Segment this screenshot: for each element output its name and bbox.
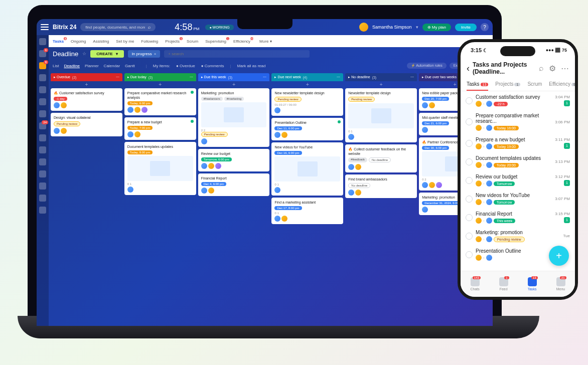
column-header[interactable]: ▸ Overdue (2)⋯ bbox=[51, 73, 122, 81]
task-card[interactable]: New videos for YouTubeDec 16, 6:00 pm0 1 bbox=[271, 142, 343, 196]
checkbox[interactable] bbox=[466, 177, 473, 184]
close-icon[interactable]: × bbox=[154, 52, 157, 56]
task-card[interactable]: Review our budgetTomorrow, 6:00 pm bbox=[198, 149, 270, 171]
checkbox[interactable] bbox=[466, 196, 473, 203]
phone-task-row[interactable]: Prepare a new budget ›Today 19:00 3:11 P… bbox=[461, 134, 575, 152]
task-card[interactable]: New newsletter template designPending re… bbox=[271, 88, 343, 116]
automation-button[interactable]: ⚡ Automation rules bbox=[407, 63, 447, 69]
mark-all-read[interactable]: Mark all as read bbox=[237, 64, 266, 68]
task-card[interactable]: Presentation OutlineDec 11, 6:00 pm bbox=[271, 118, 343, 140]
username[interactable]: Samantha Simpson bbox=[372, 25, 412, 30]
sidebar-icon[interactable] bbox=[39, 134, 46, 141]
task-card[interactable]: 🔥 Collect customer feedback on the websi… bbox=[345, 144, 417, 172]
task-card[interactable]: Prepare a new budgetToday, 7:00 pm bbox=[124, 117, 196, 140]
hamburger-icon[interactable] bbox=[41, 24, 49, 30]
tab-assisting[interactable]: Assisting bbox=[93, 39, 109, 44]
sidebar-icon[interactable] bbox=[39, 195, 46, 202]
sidebar-icon[interactable]: 6 bbox=[39, 50, 46, 57]
filter-chip[interactable]: In progress× bbox=[128, 50, 161, 58]
user-avatar[interactable] bbox=[359, 23, 368, 32]
task-card[interactable]: Financial ReportDec 4, 6:00 pm bbox=[198, 173, 270, 196]
column-header[interactable]: ▸ No deadline (3)⋯ bbox=[345, 73, 417, 81]
tab-ongoing[interactable]: Ongoing bbox=[71, 39, 86, 44]
gear-icon[interactable]: ⚙ bbox=[549, 64, 556, 73]
view-gantt[interactable]: Gantt bbox=[125, 64, 135, 68]
search-input[interactable] bbox=[85, 25, 145, 30]
task-card[interactable]: 🔥 Customer satisfaction survey-1 day bbox=[51, 88, 122, 111]
sidebar-icon[interactable] bbox=[39, 146, 46, 153]
sidebar-icon[interactable] bbox=[39, 158, 46, 165]
tab-tasks[interactable]: Tasks8 bbox=[53, 39, 64, 44]
add-card-button[interactable]: + bbox=[345, 81, 417, 88]
task-card[interactable]: Marketing: promotion#freelancers#marketi… bbox=[198, 88, 270, 147]
sidebar-icon-tasks[interactable]: 8 bbox=[39, 62, 46, 69]
create-button[interactable]: CREATE bbox=[90, 50, 123, 58]
tab-following[interactable]: Following bbox=[141, 39, 158, 44]
sidebar-icon[interactable] bbox=[39, 98, 46, 105]
checkbox[interactable] bbox=[466, 233, 473, 240]
sidebar-icon[interactable]: 24 bbox=[39, 122, 46, 129]
sidebar-icon[interactable] bbox=[39, 110, 46, 117]
more-icon[interactable]: ⋯ bbox=[561, 64, 569, 73]
work-status[interactable]: ● WORKING bbox=[205, 25, 233, 30]
filter-search-input[interactable] bbox=[168, 52, 306, 56]
search-icon[interactable]: ⌕ bbox=[539, 64, 544, 73]
task-card[interactable]: Design: visual collateralPending review bbox=[51, 113, 122, 136]
nav-chats[interactable]: Chats143 bbox=[470, 277, 479, 291]
invite-button[interactable]: Invite bbox=[455, 24, 477, 31]
task-card[interactable]: Document templates updatesToday, 8:00 pm… bbox=[124, 142, 196, 195]
phone-tab-efficiency[interactable]: Efficiency97% bbox=[549, 78, 578, 91]
sidebar-icon[interactable] bbox=[39, 170, 46, 177]
checkbox[interactable] bbox=[466, 140, 473, 147]
task-card[interactable]: Prepare comparative market research anal… bbox=[124, 88, 196, 115]
fab-add-button[interactable]: + bbox=[549, 246, 569, 266]
tab-supervising[interactable]: Supervising1 bbox=[205, 39, 226, 44]
plan-button[interactable]: ⊕ My plan bbox=[422, 24, 451, 31]
view-deadline[interactable]: Deadline bbox=[64, 64, 80, 68]
column-header[interactable]: ▸ Due this week (3)⋯ bbox=[198, 73, 270, 81]
phone-task-row[interactable]: Prepare comparative market researc... ›T… bbox=[461, 110, 575, 134]
checkbox[interactable] bbox=[466, 118, 473, 125]
phone-tab-tasks[interactable]: Tasks13 bbox=[467, 78, 488, 91]
star-icon[interactable]: ☆ bbox=[82, 51, 86, 56]
phone-task-row[interactable]: Marketing: promotion ›Pending review Tue bbox=[461, 227, 575, 245]
add-card-button[interactable]: + bbox=[198, 81, 270, 88]
filter-search[interactable] bbox=[164, 50, 310, 58]
tab-set by me[interactable]: Set by me bbox=[116, 39, 134, 44]
view-calendar[interactable]: Calendar bbox=[104, 64, 120, 68]
add-card-button[interactable]: + bbox=[271, 81, 343, 88]
sidebar-icon[interactable] bbox=[39, 74, 46, 81]
add-card-button[interactable]: + bbox=[124, 81, 196, 88]
nav-feed[interactable]: Feed1 bbox=[499, 277, 508, 291]
checkbox[interactable] bbox=[466, 251, 473, 258]
task-card[interactable]: Find a marketing assistantDec 17, 8:00 p… bbox=[271, 198, 343, 224]
back-icon[interactable]: ‹ bbox=[467, 63, 470, 74]
sidebar-icon[interactable] bbox=[39, 207, 46, 214]
phone-task-row[interactable]: New videos for YouTube ›Tomorrow 3:07 PM bbox=[461, 190, 575, 208]
task-card[interactable]: Newsletter template designPending review… bbox=[345, 88, 417, 142]
phone-tab-projects[interactable]: Projects1 bbox=[495, 78, 520, 91]
view-planner[interactable]: Planner bbox=[85, 64, 99, 68]
checkbox[interactable] bbox=[466, 97, 473, 104]
overdue-filter[interactable]: ● Overdue bbox=[176, 64, 195, 68]
phone-task-row[interactable]: Financial Report ›This week 3:15 PM1 bbox=[461, 208, 575, 227]
sidebar-icon[interactable] bbox=[39, 86, 46, 93]
nav-tasks[interactable]: Tasks13 bbox=[528, 277, 537, 291]
nav-menu[interactable]: Menu21 bbox=[556, 277, 565, 291]
checkbox[interactable] bbox=[466, 214, 473, 221]
phone-task-row[interactable]: Document templates updates ›Today 20:00 … bbox=[461, 152, 575, 171]
view-list[interactable]: List bbox=[53, 64, 59, 68]
column-header[interactable]: ▸ Due next week (4)⋯ bbox=[271, 73, 343, 81]
tab-scrum[interactable]: Scrum bbox=[187, 39, 198, 44]
add-card-button[interactable]: + bbox=[51, 81, 122, 88]
help-icon[interactable]: ? bbox=[481, 23, 489, 31]
phone-tab-scrum[interactable]: Scrum bbox=[527, 78, 542, 91]
phone-task-list[interactable]: Customer satisfaction survey ›-22 h 3:04… bbox=[461, 91, 575, 272]
global-search[interactable]: ⌕ bbox=[80, 23, 156, 31]
column-header[interactable]: ▸ Due today (3)⋯ bbox=[124, 73, 196, 81]
tab-more[interactable]: More ▾ bbox=[259, 39, 271, 44]
sidebar-icon[interactable] bbox=[39, 182, 46, 190]
checkbox[interactable] bbox=[466, 158, 473, 165]
tab-projects[interactable]: Projects6 bbox=[165, 39, 180, 44]
phone-task-row[interactable]: Review our budget ›Tomorrow 3:12 PM1 bbox=[461, 171, 575, 190]
